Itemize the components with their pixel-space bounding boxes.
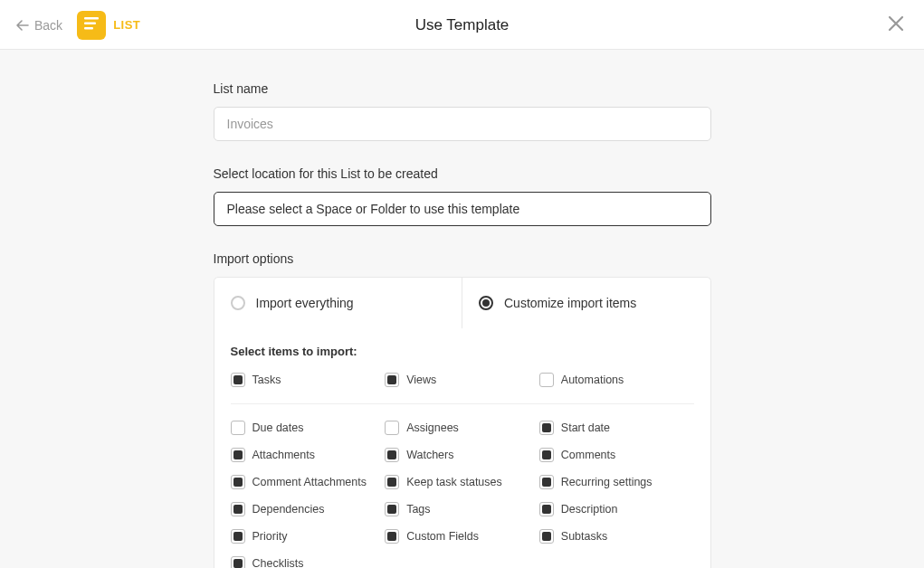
close-button[interactable]	[884, 14, 908, 37]
checkbox-icon	[385, 373, 399, 387]
checkbox-views[interactable]: Views	[385, 373, 539, 387]
checkbox-label: Due dates	[252, 421, 304, 434]
back-label: Back	[34, 18, 62, 33]
radio-icon	[231, 296, 245, 310]
checkbox-icon	[539, 529, 554, 544]
checkbox-label: Tags	[406, 503, 430, 516]
checkbox-label: Comment Attachments	[252, 476, 367, 488]
location-label: Select location for this List to be crea…	[214, 166, 711, 181]
svg-rect-1	[84, 22, 96, 24]
checkbox-icon	[231, 529, 245, 544]
location-placeholder: Please select a Space or Folder to use t…	[227, 202, 520, 216]
checkbox-comment_attachments[interactable]: Comment Attachments	[231, 475, 386, 489]
arrow-left-icon	[16, 19, 29, 32]
checkbox-recurring_settings[interactable]: Recurring settings	[539, 475, 694, 489]
list-icon	[84, 17, 99, 33]
checkbox-icon	[231, 475, 245, 489]
checkbox-custom_fields[interactable]: Custom Fields	[385, 529, 539, 544]
checkbox-label: Keep task statuses	[406, 476, 502, 488]
checkbox-label: Recurring settings	[561, 476, 653, 488]
page-title: Use Template	[415, 16, 510, 34]
radio-customize-label: Customize import items	[504, 296, 636, 310]
checkbox-label: Subtasks	[561, 530, 607, 543]
checkbox-icon	[231, 421, 245, 435]
checkbox-due_dates[interactable]: Due dates	[231, 421, 386, 435]
checkbox-icon	[385, 421, 399, 435]
checkbox-assignees[interactable]: Assignees	[385, 421, 539, 435]
checkbox-label: Dependencies	[252, 503, 325, 516]
checkbox-icon	[231, 556, 245, 568]
checkbox-label: Watchers	[406, 449, 453, 461]
checkbox-icon	[385, 529, 399, 544]
checkbox-label: Assignees	[406, 421, 459, 434]
checkbox-automations[interactable]: Automations	[539, 373, 694, 387]
checkbox-label: Automations	[561, 374, 624, 386]
back-button[interactable]: Back	[16, 18, 62, 33]
radio-icon-selected	[479, 296, 493, 310]
checkbox-icon	[539, 373, 554, 387]
checkbox-comments[interactable]: Comments	[539, 448, 694, 462]
checkbox-icon	[231, 373, 245, 387]
checkbox-priority[interactable]: Priority	[231, 529, 386, 544]
checkbox-icon	[231, 448, 245, 462]
checkbox-label: Tasks	[252, 374, 281, 386]
checkbox-attachments[interactable]: Attachments	[231, 448, 386, 462]
radio-customize-items[interactable]: Customize import items	[462, 278, 710, 328]
radio-everything-label: Import everything	[256, 296, 354, 310]
checkbox-icon	[231, 502, 245, 516]
checkbox-icon	[539, 502, 554, 516]
checkbox-watchers[interactable]: Watchers	[385, 448, 539, 462]
svg-rect-0	[84, 17, 99, 20]
checkbox-start_date[interactable]: Start date	[539, 421, 694, 435]
checkbox-tasks[interactable]: Tasks	[231, 373, 386, 387]
radio-import-everything[interactable]: Import everything	[214, 278, 463, 328]
import-options-box: Import everything Customize import items…	[214, 277, 711, 568]
list-type-badge	[77, 11, 106, 40]
checkbox-label: Start date	[561, 421, 610, 434]
checkbox-label: Checklists	[252, 557, 304, 568]
close-icon	[888, 15, 904, 35]
checkbox-label: Attachments	[252, 449, 315, 461]
checkbox-label: Priority	[252, 530, 288, 543]
checkbox-tags[interactable]: Tags	[385, 502, 539, 516]
checkbox-label: Custom Fields	[406, 530, 479, 543]
import-options-label: Import options	[214, 251, 711, 266]
list-name-input[interactable]	[214, 107, 711, 141]
checkbox-dependencies[interactable]: Dependencies	[231, 502, 386, 516]
checkbox-label: Description	[561, 503, 618, 516]
checkbox-icon	[539, 448, 554, 462]
select-items-label: Select items to import:	[231, 345, 694, 358]
list-name-label: List name	[214, 81, 711, 96]
checkbox-keep_task_statuses[interactable]: Keep task statuses	[385, 475, 539, 489]
checkbox-label: Views	[406, 374, 436, 386]
list-type-label: LIST	[113, 18, 140, 32]
checkbox-icon	[539, 421, 554, 435]
checkbox-description[interactable]: Description	[539, 502, 694, 516]
checkbox-icon	[385, 448, 399, 462]
checkbox-label: Comments	[561, 449, 615, 461]
checkbox-icon	[385, 502, 399, 516]
checkbox-icon	[385, 475, 399, 489]
svg-rect-2	[84, 27, 93, 30]
checkbox-checklists[interactable]: Checklists	[231, 556, 386, 568]
checkbox-icon	[539, 475, 554, 489]
checkbox-subtasks[interactable]: Subtasks	[539, 529, 694, 544]
location-select[interactable]: Please select a Space or Folder to use t…	[214, 192, 711, 226]
